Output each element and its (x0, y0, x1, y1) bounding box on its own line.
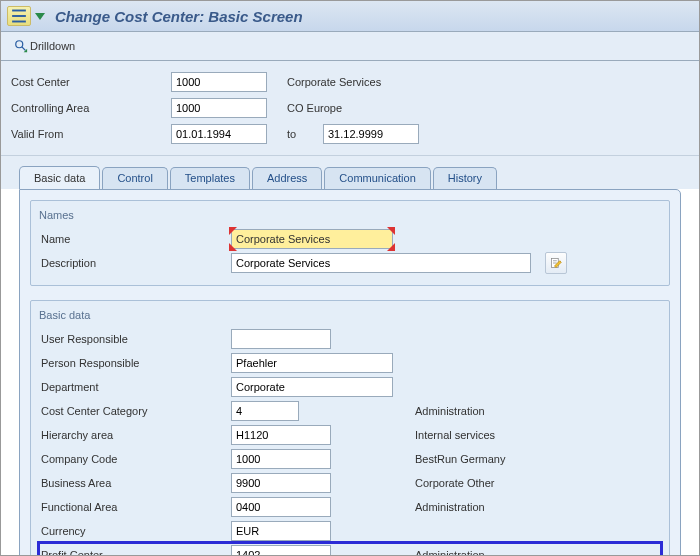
cost-center-input[interactable] (171, 72, 267, 92)
svg-line-5 (22, 47, 26, 51)
hierarchy-input[interactable] (231, 425, 331, 445)
cost-center-text: Corporate Services (287, 76, 417, 88)
company-code-label: Company Code (39, 453, 231, 465)
business-area-input[interactable] (231, 473, 331, 493)
functional-area-text: Administration (415, 501, 485, 513)
currency-input[interactable] (231, 521, 331, 541)
page-title: Change Cost Center: Basic Screen (55, 8, 303, 25)
business-area-text: Corporate Other (415, 477, 494, 489)
group-names-title: Names (39, 207, 661, 227)
to-label: to (287, 128, 323, 140)
cc-category-label: Cost Center Category (39, 405, 231, 417)
drilldown-button[interactable]: Drilldown (9, 36, 80, 56)
group-basic-data-title: Basic data (39, 307, 661, 327)
svg-marker-3 (35, 13, 45, 20)
tab-basic-data[interactable]: Basic data (19, 166, 100, 189)
department-label: Department (39, 381, 231, 393)
description-label: Description (39, 257, 231, 269)
controlling-area-input[interactable] (171, 98, 267, 118)
currency-label: Currency (39, 525, 231, 537)
tab-address[interactable]: Address (252, 167, 322, 190)
controlling-area-label: Controlling Area (11, 102, 171, 114)
functional-area-input[interactable] (231, 497, 331, 517)
user-responsible-label: User Responsible (39, 333, 231, 345)
list-icon[interactable] (7, 6, 31, 26)
group-names: Names Name Description (30, 200, 670, 286)
person-responsible-label: Person Responsible (39, 357, 231, 369)
header-area: Cost Center Corporate Services Controlli… (1, 61, 699, 156)
group-basic-data: Basic data User Responsible Person Respo… (30, 300, 670, 556)
tab-templates[interactable]: Templates (170, 167, 250, 190)
cc-category-input[interactable] (231, 401, 299, 421)
edit-long-text-button[interactable] (545, 252, 567, 274)
user-responsible-input[interactable] (231, 329, 331, 349)
hierarchy-text: Internal services (415, 429, 495, 441)
dropdown-icon[interactable] (33, 9, 47, 23)
valid-from-input[interactable] (171, 124, 267, 144)
department-input[interactable] (231, 377, 393, 397)
toolbar: Drilldown (1, 32, 699, 61)
pencil-icon (550, 257, 562, 269)
tab-communication[interactable]: Communication (324, 167, 430, 190)
hierarchy-label: Hierarchy area (39, 429, 231, 441)
profit-center-row: Profit Center Administration (39, 543, 661, 556)
name-label: Name (39, 233, 231, 245)
drilldown-label: Drilldown (30, 40, 75, 52)
drilldown-icon (14, 39, 28, 53)
company-code-input[interactable] (231, 449, 331, 469)
valid-to-input[interactable] (323, 124, 419, 144)
tab-panel-basic-data: Names Name Description (19, 189, 681, 556)
person-responsible-input[interactable] (231, 353, 393, 373)
app-window: Change Cost Center: Basic Screen Drilldo… (0, 0, 700, 556)
profit-center-label: Profit Center (39, 549, 231, 556)
tab-history[interactable]: History (433, 167, 497, 190)
name-input[interactable] (231, 229, 393, 249)
cost-center-label: Cost Center (11, 76, 171, 88)
valid-from-label: Valid From (11, 128, 171, 140)
description-input[interactable] (231, 253, 531, 273)
company-code-text: BestRun Germany (415, 453, 505, 465)
tab-control[interactable]: Control (102, 167, 167, 190)
tab-strip: Basic data Control Templates Address Com… (1, 156, 699, 189)
profit-center-input[interactable] (231, 545, 331, 556)
controlling-area-text: CO Europe (287, 102, 417, 114)
business-area-label: Business Area (39, 477, 231, 489)
functional-area-label: Functional Area (39, 501, 231, 513)
profit-center-text: Administration (415, 549, 485, 556)
cc-category-text: Administration (415, 405, 485, 417)
title-bar: Change Cost Center: Basic Screen (1, 1, 699, 32)
svg-point-4 (16, 41, 23, 48)
